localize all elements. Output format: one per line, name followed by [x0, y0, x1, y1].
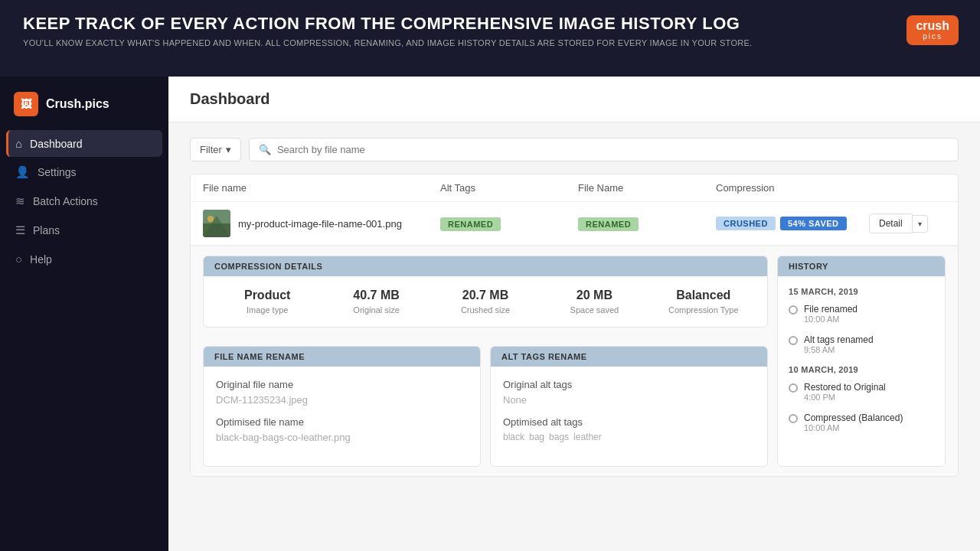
history-time-3: 10:00 AM	[804, 423, 934, 432]
history-date-0: 15 MARCH, 2019	[789, 287, 934, 296]
sidebar-label-dashboard: Dashboard	[30, 138, 83, 150]
history-dot-2	[789, 383, 798, 393]
file-name-cell: RENAMED	[578, 217, 716, 231]
filter-button[interactable]: Filter ▾	[190, 138, 241, 161]
stat-label-crushed: Crushed size	[461, 305, 510, 315]
history-dot-1	[789, 336, 798, 345]
history-time-1: 9:58 AM	[804, 345, 934, 354]
sidebar-item-plans[interactable]: ☰ Plans	[6, 217, 162, 244]
search-icon: 🔍	[259, 144, 271, 155]
alt-tag-3: leather	[573, 432, 602, 442]
sidebar-item-settings[interactable]: 👤 Settings	[6, 158, 162, 186]
table-row: my-product-image-file-name-001.png RENAM…	[191, 202, 958, 246]
history-action-2: Restored to Original	[804, 382, 934, 393]
stat-value-type2: Balanced	[676, 289, 730, 302]
logo-icon: 🖼	[14, 92, 38, 116]
stat-label-orig: Original size	[353, 305, 400, 315]
sidebar-item-batch-actions[interactable]: ≋ Batch Actions	[6, 187, 162, 215]
logo-subtext: pics	[916, 32, 949, 41]
alt-tags-rename-panel: ALT TAGS RENAME Original alt tags None O…	[490, 346, 768, 467]
history-panel: HISTORY 15 MARCH, 2019 File renamed 10:0…	[777, 256, 946, 467]
alt-tags-list: black bag bags leather	[503, 432, 755, 442]
original-file-field: Original file name DCM-11235234.jpeg	[216, 379, 468, 406]
sidebar-item-dashboard[interactable]: ⌂ Dashboard	[6, 130, 162, 157]
stat-value-crushed: 20.7 MB	[462, 289, 508, 302]
sidebar-app-name: Crush.pics	[46, 97, 109, 111]
compression-stats: Product Image type 40.7 MB Original size…	[204, 276, 767, 327]
help-icon: ○	[15, 253, 22, 266]
stat-image-type: Product Image type	[216, 289, 318, 315]
image-table: File name Alt Tags File Name Compression	[190, 174, 959, 477]
alt-tags-cell: RENAMED	[440, 217, 578, 231]
crushed-badge: CRUSHED	[716, 217, 776, 230]
alt-tags-rename-title: ALT TAGS RENAME	[491, 347, 767, 367]
compression-panel-title: COMPRESSION DETAILS	[204, 256, 767, 276]
history-time-2: 4:00 PM	[804, 393, 934, 402]
history-dot-3	[789, 414, 798, 423]
detail-dropdown-button[interactable]: ▾	[913, 215, 928, 233]
sidebar-label-help: Help	[30, 253, 52, 266]
file-name-text: my-product-image-file-name-001.png	[238, 218, 402, 230]
app-logo: crush pics	[906, 15, 959, 45]
stat-value-saved: 20 MB	[577, 289, 612, 302]
col-filename-h: File Name	[578, 182, 716, 194]
banner-subtitle: YOU'LL KNOW EXACTLY WHAT'S HAPPENED AND …	[23, 38, 957, 47]
filter-bar: Filter ▾ 🔍	[190, 138, 959, 161]
history-entry-1: Alt tags renamed 9:58 AM	[789, 334, 934, 354]
history-panel-title: HISTORY	[778, 256, 945, 276]
history-action-3: Compressed (Balanced)	[804, 412, 934, 423]
filter-label: Filter	[200, 144, 222, 155]
main-content: Dashboard Filter ▾ 🔍 File name Alt Tags	[168, 77, 980, 551]
file-rename-title: FILE NAME RENAME	[204, 347, 480, 367]
alt-tags-badge: RENAMED	[440, 217, 501, 231]
search-input[interactable]	[277, 144, 949, 155]
original-alt-value: None	[503, 394, 755, 406]
file-thumbnail	[203, 210, 230, 237]
history-action-1: Alt tags renamed	[804, 334, 934, 345]
optimised-file-field: Optimised file name black-bag-bags-co-le…	[216, 416, 468, 443]
detail-button[interactable]: Detail	[869, 214, 913, 233]
detail-button-group[interactable]: Detail ▾	[869, 214, 946, 233]
history-entry-0: File renamed 10:00 AM	[789, 304, 934, 324]
stat-label-saved: Space saved	[570, 305, 619, 315]
alt-tag-2: bags	[549, 432, 569, 442]
sidebar-nav: ⌂ Dashboard 👤 Settings ≋ Batch Actions ☰…	[0, 130, 168, 272]
history-action-0: File renamed	[804, 304, 934, 315]
stat-label-type2: Compression Type	[668, 305, 739, 315]
history-entry-3: Compressed (Balanced) 10:00 AM	[789, 412, 934, 432]
sidebar: 🖼 Crush.pics ⌂ Dashboard 👤 Settings ≋ Ba…	[0, 77, 168, 551]
batch-icon: ≋	[15, 194, 25, 208]
page-title: Dashboard	[190, 90, 959, 108]
alt-tag-0: black	[503, 432, 524, 442]
col-action	[869, 182, 946, 194]
banner-title: KEEP TRACK OF EVERY ACTION FROM THE COMP…	[23, 14, 957, 34]
original-alt-field: Original alt tags None	[503, 379, 755, 406]
sidebar-item-help[interactable]: ○ Help	[6, 246, 162, 272]
history-entry-2: Restored to Original 4:00 PM	[789, 382, 934, 402]
history-dot-0	[789, 305, 798, 315]
logo-text: crush	[916, 20, 949, 32]
stat-space-saved: 20 MB Space saved	[543, 289, 645, 315]
stat-value-orig: 40.7 MB	[353, 289, 399, 302]
settings-icon: 👤	[15, 165, 30, 179]
optimised-file-value: black-bag-bags-co-leather.png	[216, 432, 468, 443]
original-file-label: Original file name	[216, 379, 468, 390]
history-body: 15 MARCH, 2019 File renamed 10:00 AM	[778, 276, 945, 454]
sidebar-label-settings: Settings	[38, 166, 77, 178]
sidebar-label-batch: Batch Actions	[33, 195, 98, 207]
saved-badge: 54% SAVED	[780, 217, 847, 230]
optimised-alt-field: Optimised alt tags black bag bags leathe…	[503, 416, 755, 442]
history-time-0: 10:00 AM	[804, 315, 934, 324]
alt-tag-1: bag	[529, 432, 544, 442]
optimised-alt-label: Optimised alt tags	[503, 416, 755, 428]
rename-panels: FILE NAME RENAME Original file name DCM-…	[203, 346, 768, 467]
table-header: File name Alt Tags File Name Compression	[191, 174, 958, 202]
sidebar-label-plans: Plans	[33, 224, 60, 236]
file-name-badge: RENAMED	[578, 217, 639, 231]
file-cell: my-product-image-file-name-001.png	[203, 210, 440, 237]
file-rename-panel: FILE NAME RENAME Original file name DCM-…	[203, 346, 481, 467]
search-box: 🔍	[249, 138, 959, 161]
history-date-1: 10 MARCH, 2019	[789, 365, 934, 374]
stat-crushed-size: 20.7 MB Crushed size	[434, 289, 537, 315]
compression-cell: CRUSHED 54% SAVED	[716, 217, 869, 230]
